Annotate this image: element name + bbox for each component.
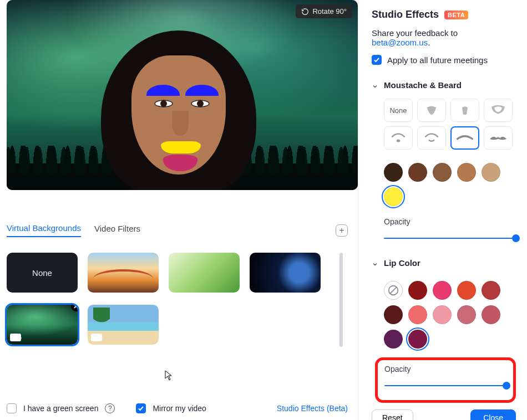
feedback-text: Share your feedback to beta@zoom.us.	[372, 28, 516, 47]
svg-line-2	[390, 287, 397, 294]
right-panel: Studio Effects BETA Share your feedback …	[358, 0, 527, 420]
beard-opacity-label: Opacity	[384, 217, 516, 226]
rotate-label: Rotate 90°	[312, 7, 347, 16]
lip-opacity-highlight: Opacity	[375, 357, 516, 403]
beard-opt-5[interactable]	[417, 126, 446, 150]
lip-opacity-label: Opacity	[384, 365, 506, 373]
lip-color-6[interactable]	[408, 305, 427, 324]
close-button[interactable]: Close	[470, 409, 516, 420]
chevron-down-icon	[372, 82, 378, 89]
moustache-section-header[interactable]: Moustache & Beard	[372, 80, 516, 90]
beard-opt-1[interactable]	[417, 99, 446, 122]
bg-none-label: None	[32, 268, 52, 278]
tab-virtual-backgrounds[interactable]: Virtual Backgrounds	[7, 223, 81, 237]
lip-color-10[interactable]	[384, 330, 403, 349]
bg-thumb-bridge[interactable]	[88, 253, 159, 293]
scrollbar[interactable]	[339, 253, 343, 347]
face-render	[101, 30, 256, 190]
tab-video-filters[interactable]: Video Filters	[94, 224, 140, 237]
lip-color-1[interactable]	[408, 281, 427, 300]
apply-all-checkbox[interactable]	[372, 55, 382, 65]
feedback-suffix: .	[428, 38, 430, 47]
right-bottom-row: Reset Close	[372, 403, 516, 420]
rotate-button[interactable]: Rotate 90°	[296, 4, 352, 18]
chevron-down-icon	[372, 260, 378, 267]
bg-thumb-none[interactable]: None	[7, 253, 78, 293]
beard-opacity-slider[interactable]	[384, 234, 516, 243]
lip-section: Lip Color Opacity	[372, 258, 516, 403]
plus-icon: +	[339, 226, 344, 235]
bottom-left-row: I have a green screen ? Mirror my video …	[7, 403, 358, 413]
lip-color-4[interactable]	[482, 281, 500, 300]
studio-effects-link[interactable]: Studio Effects (Beta)	[277, 404, 348, 413]
bg-thumb-space[interactable]	[250, 253, 321, 293]
lip-color-0[interactable]	[384, 281, 403, 300]
apply-all-label: Apply to all future meetings	[387, 55, 488, 65]
feedback-prefix: Share your feedback to	[372, 28, 458, 38]
green-screen-label: I have a green screen	[23, 404, 98, 413]
beard-color-row	[384, 163, 516, 206]
beard-none-label: None	[389, 106, 407, 115]
lip-color-7[interactable]	[433, 305, 452, 324]
remove-bg-button[interactable]: ✕	[71, 305, 78, 311]
beard-color-1[interactable]	[408, 163, 427, 182]
beard-color-2[interactable]	[433, 163, 452, 182]
feedback-email-link[interactable]: beta@zoom.us	[372, 38, 428, 47]
lip-color-11[interactable]	[408, 330, 427, 349]
beard-opt-4[interactable]	[384, 126, 413, 150]
beard-color-4[interactable]	[482, 163, 500, 182]
help-icon[interactable]: ?	[105, 403, 115, 413]
lip-section-header[interactable]: Lip Color	[372, 258, 516, 268]
green-screen-checkbox[interactable]	[7, 403, 17, 413]
reset-button[interactable]: Reset	[372, 409, 413, 420]
beard-opt-3[interactable]	[484, 99, 513, 122]
lip-color-8[interactable]	[457, 305, 476, 324]
beard-color-3[interactable]	[457, 163, 476, 182]
moustache-section: Moustache & Beard None Opacity	[372, 80, 516, 243]
beard-opt-none[interactable]: None	[384, 99, 413, 122]
lip-color-3[interactable]	[457, 281, 476, 300]
lip-color-2[interactable]	[433, 281, 452, 300]
studio-effects-title-row: Studio Effects BETA	[372, 9, 516, 21]
rotate-icon	[301, 8, 309, 16]
lip-color-9[interactable]	[482, 305, 500, 324]
beard-opt-7[interactable]	[484, 126, 513, 150]
bg-thumb-grass[interactable]	[169, 253, 240, 293]
cursor-icon	[165, 370, 174, 381]
beard-opacity-block: Opacity	[384, 217, 516, 243]
beard-opt-2[interactable]	[450, 99, 479, 122]
bg-thumb-beach[interactable]	[88, 305, 159, 345]
mirror-video-label: Mirror my video	[153, 404, 206, 413]
studio-effects-title: Studio Effects	[372, 9, 439, 21]
beard-color-0[interactable]	[384, 163, 403, 182]
apply-all-row: Apply to all future meetings	[372, 55, 516, 65]
mirror-video-checkbox[interactable]	[136, 403, 146, 413]
lip-section-title: Lip Color	[384, 258, 420, 268]
camera-icon	[10, 334, 21, 341]
lip-color-5[interactable]	[384, 305, 403, 324]
beard-options: None	[384, 99, 516, 150]
camera-icon	[91, 334, 102, 341]
beard-opt-6[interactable]	[450, 126, 479, 150]
tabs-row: Virtual Backgrounds Video Filters +	[7, 223, 358, 237]
lip-opacity-slider[interactable]	[384, 381, 506, 390]
add-background-button[interactable]: +	[336, 224, 348, 237]
backgrounds-list: None ✕	[7, 253, 338, 347]
lip-color-row	[384, 281, 516, 349]
moustache-section-title: Moustache & Beard	[384, 80, 462, 90]
video-preview: Rotate 90°	[7, 0, 358, 190]
svg-point-0	[397, 140, 401, 142]
beta-badge: BETA	[444, 11, 468, 19]
bg-thumb-aurora[interactable]: ✕	[7, 305, 78, 345]
backgrounds-list-wrap: None ✕	[7, 253, 358, 347]
beard-color-5[interactable]	[384, 187, 403, 206]
left-panel: Rotate 90° Virtual Backgrounds Video Fil…	[0, 0, 358, 420]
